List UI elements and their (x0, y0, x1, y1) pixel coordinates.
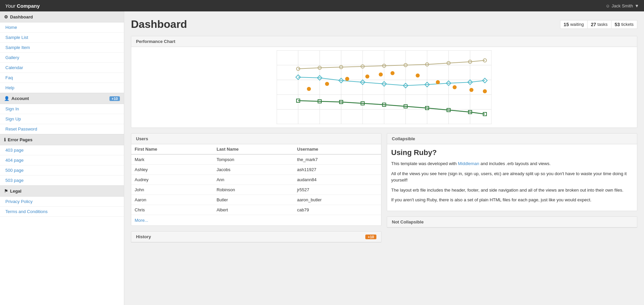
svg-point-46 (345, 77, 349, 81)
user-cell-1-1: Jacobs (213, 165, 294, 175)
user-cell-1-0: Ashley (131, 165, 213, 175)
users-panel: Users First Name Last Name Username (131, 133, 381, 226)
sidebar-item-error-pages-1[interactable]: 404 page (0, 155, 124, 165)
sidebar-section-label-error-pages: Error Pages (8, 137, 33, 142)
caret-icon: ▼ (635, 3, 639, 8)
user-menu[interactable]: ☺ Jack Smith ▼ (605, 3, 639, 8)
middleman-link[interactable]: Middleman (458, 161, 479, 166)
collapsible-heading: Using Ruby? (391, 148, 633, 157)
sidebar-section-header-legal: ⚑Legal (0, 186, 124, 197)
sidebar-item-error-pages-2[interactable]: 500 page (0, 165, 124, 175)
user-cell-4-0: Aaron (131, 195, 213, 205)
user-cell-2-2: audann84 (294, 175, 381, 185)
not-collapsible-title: Not Collapsible (392, 219, 424, 224)
stat-badge-1: 27tasks (587, 20, 611, 29)
stat-badge-0: 15waiting (560, 20, 587, 29)
svg-point-52 (453, 85, 457, 89)
sidebar-badge-account: +10 (109, 96, 120, 101)
account-icon: 👤 (4, 96, 9, 101)
sidebar-item-dashboard-5[interactable]: Faq (0, 73, 124, 83)
person-icon: ☺ (605, 3, 610, 8)
table-row: MarkTompsonthe_mark7 (131, 154, 381, 165)
sidebar-item-account-2[interactable]: Reset Password (0, 124, 124, 134)
user-cell-0-0: Mark (131, 154, 213, 165)
sidebar-section-label-account: Account (11, 96, 29, 101)
sidebar-section-header-account: 👤Account+10 (0, 93, 124, 104)
svg-point-50 (416, 73, 420, 78)
sidebar-item-dashboard-4[interactable]: Calendar (0, 63, 124, 73)
user-cell-4-2: aaron_butler (294, 195, 381, 205)
error-pages-icon: ℹ (4, 137, 6, 142)
user-cell-3-2: jr5527 (294, 185, 381, 195)
sidebar-item-error-pages-0[interactable]: 403 page (0, 145, 124, 155)
brand-logo: Your Company (5, 3, 40, 9)
sidebar-item-dashboard-2[interactable]: Sample Item (0, 43, 124, 53)
page-header: Dashboard 15waiting27tasks53tickets (131, 18, 637, 31)
layout: ⚙DashboardHomeSample ListSample ItemGall… (0, 11, 644, 305)
sidebar-item-dashboard-3[interactable]: Gallery (0, 53, 124, 63)
col-username: Username (294, 144, 381, 154)
collapsible-header: Collapsible (387, 134, 637, 144)
performance-chart-panel: Performance Chart (131, 36, 637, 128)
sidebar: ⚙DashboardHomeSample ListSample ItemGall… (0, 11, 124, 305)
user-cell-2-0: Audrey (131, 175, 213, 185)
user-name-label: Jack Smith (612, 3, 633, 8)
users-more-link[interactable]: More... (131, 215, 381, 225)
collapsible-paragraph-1: All of the views you see here (sign in, … (391, 170, 633, 184)
user-cell-4-1: Butler (213, 195, 294, 205)
not-collapsible-panel: Not Collapsible (387, 216, 637, 228)
collapsible-title-label: Collapsible (392, 136, 415, 141)
col-first-name: First Name (131, 144, 213, 154)
collapsible-paragraph-2: The layout erb file includes the header,… (391, 187, 633, 194)
brand-italic: Your (5, 3, 15, 9)
not-collapsible-header: Not Collapsible (387, 217, 637, 227)
stat-num-0: 15 (564, 22, 569, 27)
performance-chart-header: Performance Chart (131, 36, 637, 47)
table-row: ChrisAlbertcab79 (131, 205, 381, 215)
collapsible-panel: Collapsible Using Ruby? This template wa… (387, 133, 637, 211)
sidebar-section-label-dashboard: Dashboard (10, 14, 33, 19)
history-panel-header: History +10 (131, 232, 381, 242)
two-col-section: Users First Name Last Name Username (131, 133, 637, 248)
users-table: First Name Last Name Username MarkTompso… (131, 144, 381, 215)
svg-point-44 (307, 87, 311, 91)
users-table-header-row: First Name Last Name Username (131, 144, 381, 154)
users-panel-title: Users (136, 136, 148, 141)
users-table-container: First Name Last Name Username MarkTompso… (131, 144, 381, 225)
col-last-name: Last Name (213, 144, 294, 154)
dashboard-icon: ⚙ (4, 14, 8, 19)
main-content: Dashboard 15waiting27tasks53tickets Perf… (124, 11, 644, 305)
user-cell-3-0: John (131, 185, 213, 195)
performance-chart-svg (277, 50, 492, 124)
sidebar-item-dashboard-0[interactable]: Home (0, 22, 124, 33)
sidebar-section-header-error-pages: ℹError Pages (0, 134, 124, 145)
user-cell-5-1: Albert (213, 205, 294, 215)
stat-badges: 15waiting27tasks53tickets (560, 20, 637, 29)
user-cell-3-1: Robinson (213, 185, 294, 195)
history-panel: History +10 (131, 231, 381, 243)
sidebar-item-account-0[interactable]: Sign In (0, 104, 124, 114)
sidebar-item-legal-1[interactable]: Terms and Conditions (0, 207, 124, 217)
svg-point-51 (436, 80, 440, 84)
collapsible-body: Using Ruby? This template was developed … (387, 144, 637, 211)
users-panel-header: Users (131, 134, 381, 144)
users-col: Users First Name Last Name Username (131, 133, 381, 248)
sidebar-item-legal-0[interactable]: Privacy Policy (0, 197, 124, 207)
table-row: AshleyJacobsash11927 (131, 165, 381, 175)
performance-chart-title: Performance Chart (136, 39, 175, 44)
stat-label-2: tickets (621, 22, 634, 27)
svg-point-47 (365, 74, 369, 79)
svg-point-45 (325, 82, 329, 86)
brand-bold: Company (17, 3, 40, 9)
sidebar-item-dashboard-1[interactable]: Sample List (0, 33, 124, 43)
collapsible-paragraph-0: This template was developed with Middlem… (391, 160, 633, 167)
sidebar-item-account-1[interactable]: Sign Up (0, 114, 124, 124)
user-cell-1-2: ash11927 (294, 165, 381, 175)
svg-point-49 (390, 71, 395, 75)
sidebar-item-error-pages-3[interactable]: 503 page (0, 175, 124, 186)
user-cell-5-0: Chris (131, 205, 213, 215)
svg-point-54 (483, 89, 487, 93)
user-cell-0-2: the_mark7 (294, 154, 381, 165)
chart-body (131, 47, 637, 128)
sidebar-item-dashboard-6[interactable]: Help (0, 83, 124, 93)
